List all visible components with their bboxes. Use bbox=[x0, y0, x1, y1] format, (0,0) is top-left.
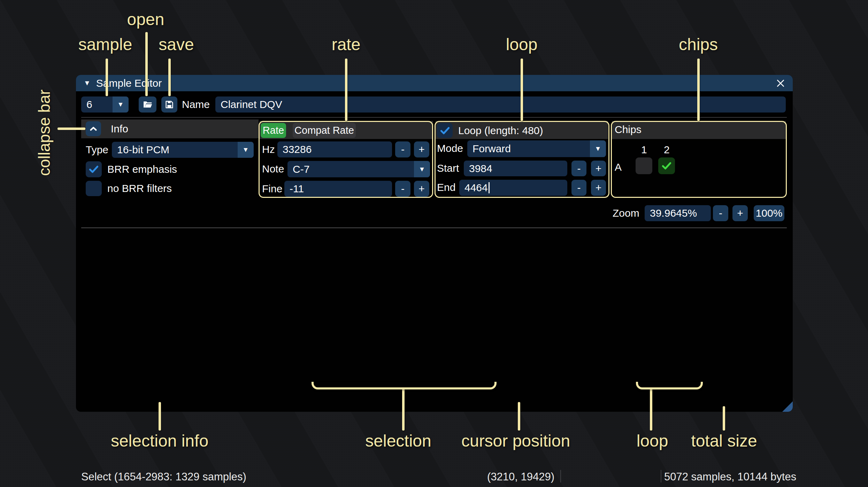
fine-input[interactable]: -11 bbox=[284, 181, 392, 197]
divider bbox=[81, 117, 787, 118]
annotation-line-sample bbox=[106, 59, 108, 96]
annotation-save: save bbox=[159, 35, 194, 54]
status-selection-info: Select (1654-2983: 1329 samples) bbox=[81, 471, 246, 483]
window-titlebar[interactable]: ▼ Sample Editor bbox=[76, 75, 793, 91]
hz-input[interactable]: 33286 bbox=[277, 141, 392, 157]
sample-name-value: Clarinet DQV bbox=[215, 99, 282, 110]
loop-start-increment-button[interactable]: + bbox=[591, 161, 606, 176]
loop-mode-value: Forward bbox=[467, 143, 511, 155]
annotation-line-total-size bbox=[723, 406, 725, 431]
sample-name-input[interactable]: Clarinet DQV bbox=[215, 96, 786, 113]
screenshot-root: sample open save rate loop chips collaps… bbox=[0, 0, 868, 487]
annotation-collapse-bar: collapse bar bbox=[35, 83, 54, 176]
sample-type-select[interactable]: 16-bit PCM ▼ bbox=[112, 142, 254, 158]
save-sample-button[interactable] bbox=[161, 96, 177, 113]
note-label: Note bbox=[262, 163, 284, 175]
window-collapse-icon[interactable]: ▼ bbox=[84, 79, 91, 87]
hz-increment-button[interactable]: + bbox=[414, 141, 429, 157]
loop-start-value: 3984 bbox=[464, 163, 492, 175]
status-cursor-position: (3210, 19429) bbox=[487, 471, 554, 483]
fine-decrement-button[interactable]: - bbox=[395, 181, 410, 197]
zoom-out-button[interactable]: - bbox=[713, 205, 728, 221]
annotation-total-size: total size bbox=[691, 431, 757, 450]
annotation-cursor-position: cursor position bbox=[461, 431, 570, 450]
annotation-line-save bbox=[168, 59, 171, 96]
loop-start-decrement-button[interactable]: - bbox=[571, 161, 586, 176]
zoom-value: 39.9645% bbox=[645, 207, 697, 219]
loop-panel-title: Loop (length: 480) bbox=[458, 125, 543, 137]
sample-editor-window: ▼ Sample Editor 6 ▼ Name Clarinet DQV In… bbox=[76, 75, 793, 412]
loop-end-decrement-button[interactable]: - bbox=[571, 180, 586, 196]
status-bar: Select (1654-2983: 1329 samples) (3210, … bbox=[76, 467, 793, 486]
annotation-line-loop-top bbox=[521, 59, 523, 121]
annotation-rate: rate bbox=[332, 35, 361, 54]
sample-number-select[interactable]: 6 ▼ bbox=[81, 96, 129, 113]
chips-panel-title: Chips bbox=[615, 124, 642, 136]
zoom-label: Zoom bbox=[613, 207, 639, 219]
chips-column-2: 2 bbox=[664, 144, 670, 156]
annotation-open: open bbox=[127, 10, 164, 29]
collapse-bar-button[interactable] bbox=[86, 121, 101, 136]
annotation-loop-top: loop bbox=[506, 35, 538, 54]
name-label: Name bbox=[182, 99, 210, 110]
chip-2-checkbox[interactable] bbox=[658, 157, 675, 174]
brr-emphasis-checkbox[interactable] bbox=[86, 161, 102, 177]
annotation-line-rate bbox=[345, 59, 347, 121]
open-sample-button[interactable] bbox=[139, 96, 156, 113]
loop-end-input[interactable]: 4464 bbox=[459, 180, 567, 196]
sample-type-value: 16-bit PCM bbox=[112, 144, 169, 156]
zoom-input[interactable]: 39.9645% bbox=[645, 205, 711, 221]
annotation-selection-info: selection info bbox=[111, 431, 208, 450]
loop-end-increment-button[interactable]: + bbox=[591, 180, 606, 196]
loop-end-value: 4464 bbox=[459, 182, 488, 194]
note-value: C-7 bbox=[287, 163, 309, 175]
fine-label: Fine bbox=[262, 183, 282, 195]
chevron-down-icon[interactable]: ▼ bbox=[238, 142, 254, 158]
divider bbox=[81, 227, 787, 228]
annotation-sample: sample bbox=[78, 35, 132, 54]
rate-tab-active[interactable]: Rate bbox=[261, 123, 286, 138]
end-label: End bbox=[437, 181, 455, 193]
annotation-line-selection bbox=[402, 389, 405, 431]
chevron-down-icon[interactable]: ▼ bbox=[113, 96, 129, 113]
loop-enable-checkbox[interactable] bbox=[437, 123, 453, 138]
chevron-down-icon[interactable]: ▼ bbox=[414, 161, 430, 177]
brr-emphasis-label: BRR emphasis bbox=[107, 163, 177, 175]
mode-label: Mode bbox=[437, 142, 463, 154]
fine-value: -11 bbox=[284, 183, 304, 195]
chevron-down-icon[interactable]: ▼ bbox=[590, 140, 606, 157]
hz-decrement-button[interactable]: - bbox=[395, 141, 410, 157]
sample-number-value: 6 bbox=[81, 99, 92, 110]
start-label: Start bbox=[437, 162, 459, 174]
info-panel-title: Info bbox=[111, 123, 128, 135]
no-brr-filters-checkbox[interactable] bbox=[86, 181, 102, 196]
hz-value: 33286 bbox=[277, 144, 312, 155]
chip-1-checkbox[interactable] bbox=[636, 157, 652, 174]
annotation-selection: selection bbox=[365, 431, 431, 450]
annotation-line-loop-bottom bbox=[650, 389, 652, 431]
zoom-reset-button[interactable]: 100% bbox=[754, 205, 784, 221]
chips-row-a-label: A bbox=[615, 161, 622, 173]
status-separator bbox=[560, 470, 561, 482]
compat-rate-tab[interactable]: Compat Rate bbox=[293, 123, 356, 138]
zoom-in-button[interactable]: + bbox=[732, 205, 748, 221]
hz-label: Hz bbox=[262, 144, 275, 155]
type-label: Type bbox=[86, 144, 108, 156]
annotation-line-cursor-position bbox=[518, 402, 520, 431]
close-icon[interactable] bbox=[774, 77, 787, 90]
fine-increment-button[interactable]: + bbox=[414, 181, 429, 197]
annotation-bracket-selection bbox=[312, 382, 497, 389]
loop-start-input[interactable]: 3984 bbox=[464, 161, 567, 176]
annotation-line-collapse-bar bbox=[57, 127, 85, 130]
note-select[interactable]: C-7 ▼ bbox=[287, 161, 430, 177]
text-cursor bbox=[489, 182, 490, 193]
resize-grip[interactable] bbox=[782, 401, 793, 412]
annotation-loop-bottom: loop bbox=[637, 431, 668, 450]
loop-mode-select[interactable]: Forward ▼ bbox=[467, 140, 606, 157]
annotation-chips: chips bbox=[679, 35, 718, 54]
info-panel-header bbox=[81, 119, 259, 138]
status-total-size: 5072 samples, 10144 bytes bbox=[664, 471, 796, 483]
chips-column-1: 1 bbox=[641, 144, 647, 156]
annotation-line-chips bbox=[697, 59, 700, 121]
annotation-line-selection-info bbox=[159, 402, 161, 431]
